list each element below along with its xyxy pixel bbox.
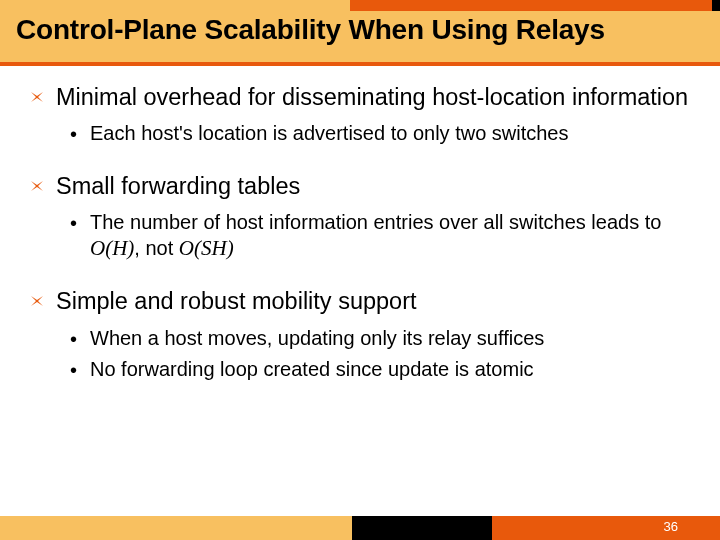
bullet-text: Small forwarding tables <box>56 171 300 201</box>
sub-bullet-text: Each host's location is advertised to on… <box>90 120 569 146</box>
dot-bullet-icon: • <box>70 356 90 383</box>
text-fragment: The number of host information entries o… <box>90 211 661 233</box>
footer-segment-yellow <box>0 516 352 540</box>
text-fragment: , not <box>134 237 178 259</box>
header-accent-orange <box>350 0 720 11</box>
footer-segment-black <box>352 516 492 540</box>
bullet-level2: • No forwarding loop created since updat… <box>70 356 690 383</box>
sub-bullet-group: • When a host moves, updating only its r… <box>70 325 690 383</box>
dot-bullet-icon: • <box>70 120 90 147</box>
dot-bullet-icon: • <box>70 209 90 236</box>
bullet-level2: • Each host's location is advertised to … <box>70 120 690 147</box>
bullet-level1: Minimal overhead for disseminating host-… <box>30 82 690 112</box>
footer-segment-orange: 36 <box>492 516 720 540</box>
bullet-level2: • The number of host information entries… <box>70 209 690 262</box>
star-bullet-icon <box>30 171 56 193</box>
header-accent-black <box>712 0 720 11</box>
bullet-text: Minimal overhead for disseminating host-… <box>56 82 688 112</box>
dot-bullet-icon: • <box>70 325 90 352</box>
slide-title: Control-Plane Scalability When Using Rel… <box>16 14 605 46</box>
title-underline <box>0 62 720 66</box>
bullet-level1: Small forwarding tables <box>30 171 690 201</box>
sub-bullet-group: • The number of host information entries… <box>70 209 690 262</box>
slide-content: Minimal overhead for disseminating host-… <box>30 82 690 407</box>
sub-bullet-group: • Each host's location is advertised to … <box>70 120 690 147</box>
star-bullet-icon <box>30 286 56 308</box>
sub-bullet-text: The number of host information entries o… <box>90 209 690 262</box>
math-italic: O(SH) <box>179 236 234 260</box>
footer-band: 36 <box>0 516 720 540</box>
svg-marker-2 <box>31 296 43 306</box>
page-number: 36 <box>664 519 678 534</box>
star-bullet-icon <box>30 82 56 104</box>
bullet-text: Simple and robust mobility support <box>56 286 417 316</box>
bullet-level2: • When a host moves, updating only its r… <box>70 325 690 352</box>
bullet-level1: Simple and robust mobility support <box>30 286 690 316</box>
sub-bullet-text: When a host moves, updating only its rel… <box>90 325 544 351</box>
svg-marker-0 <box>31 92 43 102</box>
sub-bullet-text: No forwarding loop created since update … <box>90 356 534 382</box>
svg-marker-1 <box>31 181 43 191</box>
math-italic: O(H) <box>90 236 134 260</box>
